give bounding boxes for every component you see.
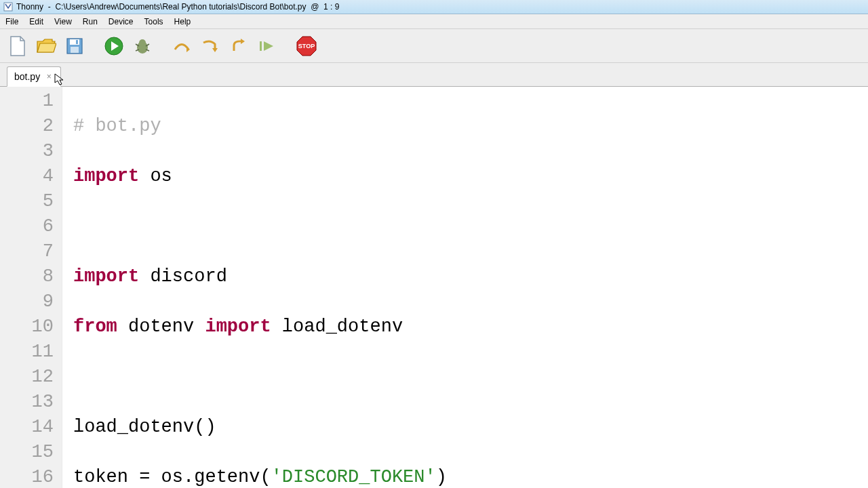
tab-label: bot.py xyxy=(14,71,40,82)
debug-button[interactable] xyxy=(132,35,153,57)
app-icon xyxy=(3,1,14,12)
line-number: 6 xyxy=(0,214,54,239)
menu-run[interactable]: Run xyxy=(77,14,103,28)
menu-tools[interactable]: Tools xyxy=(139,14,169,28)
line-number: 9 xyxy=(0,289,54,314)
line-number: 10 xyxy=(0,314,54,340)
menu-help[interactable]: Help xyxy=(169,14,197,28)
line-number: 7 xyxy=(0,239,54,264)
line-number: 13 xyxy=(0,390,54,415)
save-file-button[interactable] xyxy=(64,35,85,57)
menu-file[interactable]: File xyxy=(0,14,24,28)
close-icon[interactable]: × xyxy=(44,72,54,81)
stop-button[interactable]: STOP xyxy=(296,35,317,57)
code-editor[interactable]: 1 2 3 4 5 6 7 8 9 10 11 12 13 14 15 16 #… xyxy=(0,87,868,488)
tab-strip: bot.py × xyxy=(0,63,868,87)
step-out-button[interactable] xyxy=(228,35,250,57)
line-number: 4 xyxy=(0,164,54,189)
menu-edit[interactable]: Edit xyxy=(24,14,49,28)
line-number-gutter: 1 2 3 4 5 6 7 8 9 10 11 12 13 14 15 16 xyxy=(0,87,62,488)
line-number: 2 xyxy=(0,114,54,139)
line-number: 12 xyxy=(0,365,54,390)
line-number: 14 xyxy=(0,415,54,440)
line-number: 16 xyxy=(0,465,54,488)
svg-rect-4 xyxy=(76,40,78,44)
svg-rect-3 xyxy=(71,47,79,53)
open-file-button[interactable] xyxy=(35,35,57,57)
line-number: 3 xyxy=(0,139,54,164)
svg-rect-12 xyxy=(260,41,262,51)
svg-point-7 xyxy=(139,39,146,46)
line-number: 11 xyxy=(0,340,54,365)
new-file-button[interactable] xyxy=(7,35,28,57)
step-over-button[interactable] xyxy=(171,35,193,57)
code-area[interactable]: # bot.py import os import discord from d… xyxy=(62,87,868,488)
svg-text:STOP: STOP xyxy=(298,43,315,49)
run-button[interactable] xyxy=(103,35,125,57)
svg-rect-0 xyxy=(4,3,12,11)
resume-button[interactable] xyxy=(256,35,278,57)
line-number: 15 xyxy=(0,440,54,465)
menu-device[interactable]: Device xyxy=(103,14,139,28)
window-title: Thonny - C:\Users\Andrew\Documents\Real … xyxy=(16,2,339,12)
line-number: 1 xyxy=(0,89,54,114)
title-bar: Thonny - C:\Users\Andrew\Documents\Real … xyxy=(0,0,868,14)
tab-botpy[interactable]: bot.py × xyxy=(7,66,61,87)
menu-bar: File Edit View Run Device Tools Help xyxy=(0,14,868,29)
line-number: 8 xyxy=(0,264,54,289)
toolbar: STOP xyxy=(0,29,868,63)
menu-view[interactable]: View xyxy=(49,14,77,28)
line-number: 5 xyxy=(0,189,54,214)
step-into-button[interactable] xyxy=(199,35,221,57)
